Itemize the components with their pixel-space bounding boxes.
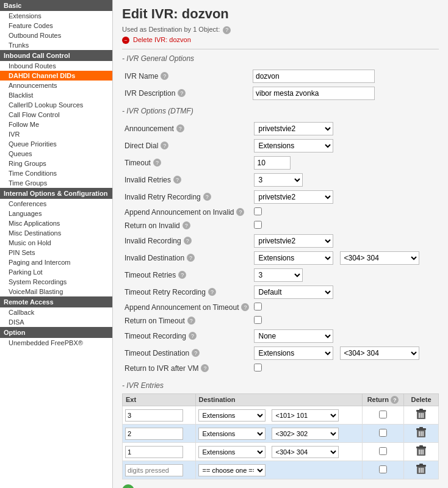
svg-rect-20	[419, 464, 423, 465]
sidebar-item-disa[interactable]: DISA	[0, 317, 112, 327]
sidebar-item-parking-lot[interactable]: Parking Lot	[0, 267, 112, 277]
entry-return-checkbox-2[interactable]	[379, 447, 387, 455]
append-ann-invalid-help-icon[interactable]: ?	[236, 208, 244, 216]
sidebar-item-follow-me[interactable]: Follow Me	[0, 120, 112, 129]
entry-dest-ext-select-0[interactable]: <101> 101	[272, 409, 339, 422]
append-announcement-invalid-checkbox[interactable]	[254, 207, 262, 215]
sidebar-item-pin-sets[interactable]: PIN Sets	[0, 248, 112, 257]
return-to-ivr-help-icon[interactable]: ?	[201, 364, 209, 372]
sidebar-item-voicemail-blasting[interactable]: VoiceMail Blasting	[0, 287, 112, 296]
used-dest-help-icon[interactable]: ?	[223, 26, 231, 34]
sidebar-item-music-on-hold[interactable]: Music on Hold	[0, 238, 112, 248]
return-on-invalid-row: Return on Invalid ?	[122, 219, 439, 232]
new-entry-dest-select[interactable]: == choose one ==	[198, 464, 266, 476]
sidebar-item-ring-groups[interactable]: Ring Groups	[0, 159, 112, 168]
direct-dial-help-icon[interactable]: ?	[161, 142, 168, 149]
invalid-dest-select[interactable]: Extensions	[254, 251, 333, 265]
new-entry-delete-button[interactable]	[416, 463, 427, 475]
invalid-dest-ext-select[interactable]: <304> 304	[340, 251, 419, 265]
delete-ivr-link[interactable]: − Delete IVR: dozvon	[122, 36, 191, 43]
timeout-retry-rec-help-icon[interactable]: ?	[208, 288, 216, 296]
return-timeout-help-icon[interactable]: ?	[187, 317, 195, 325]
table-row: Extensions <302> 302	[123, 425, 439, 443]
invalid-recording-help-icon[interactable]: ?	[184, 237, 192, 245]
append-announcement-timeout-checkbox[interactable]	[254, 303, 262, 310]
invalid-retries-help-icon[interactable]: ?	[173, 176, 181, 184]
invalid-retries-select[interactable]: 12345	[254, 173, 303, 187]
return-invalid-help-icon[interactable]: ?	[182, 221, 190, 229]
invalid-retries-label-cell: Invalid Retries ?	[122, 171, 251, 188]
sidebar-item-misc-destinations[interactable]: Misc Destinations	[0, 228, 112, 238]
ivr-options-label: - IVR Options (DTMF)	[122, 107, 439, 115]
entry-ext-input-1[interactable]	[125, 428, 183, 440]
add-entry-button[interactable]: +	[122, 484, 134, 488]
sidebar-item-extensions[interactable]: Extensions	[0, 11, 112, 21]
sidebar-item-unembedded-freepbx[interactable]: Unembedded FreePBX®	[0, 338, 112, 348]
timeout-retry-recording-select[interactable]: Default	[254, 285, 333, 299]
timeout-dest-ext-select[interactable]: <304> 304	[340, 346, 419, 360]
sidebar-item-callerid-lookup[interactable]: CallerID Lookup Sources	[0, 100, 112, 110]
sidebar-item-system-recordings[interactable]: System Recordings	[0, 277, 112, 287]
sidebar-item-outbound-routes[interactable]: Outbound Routes	[0, 30, 112, 40]
return-on-timeout-checkbox[interactable]	[254, 316, 262, 324]
entry-return-checkbox-1[interactable]	[379, 429, 387, 437]
ivr-name-help-icon[interactable]: ?	[161, 72, 168, 80]
invalid-dest-help-icon[interactable]: ?	[187, 254, 195, 262]
sidebar-item-inbound-routes[interactable]: Inbound Routes	[0, 61, 112, 71]
append-ann-timeout-help-icon[interactable]: ?	[241, 303, 249, 311]
sidebar-item-callback[interactable]: Callback	[0, 307, 112, 317]
timeout-dest-help-icon[interactable]: ?	[192, 349, 200, 357]
timeout-retries-help-icon[interactable]: ?	[178, 271, 186, 279]
sidebar-item-queues[interactable]: Queues	[0, 149, 112, 159]
timeout-dest-select[interactable]: Extensions	[254, 346, 333, 360]
sidebar-item-time-groups[interactable]: Time Groups	[0, 178, 112, 188]
entry-dest-select-1[interactable]: Extensions	[198, 428, 266, 440]
return-on-invalid-checkbox[interactable]	[254, 221, 262, 229]
return-col-help-icon[interactable]: ?	[391, 396, 399, 404]
announcement-select[interactable]: privetstvie2	[254, 122, 333, 135]
entry-delete-button-0[interactable]	[416, 408, 427, 420]
entry-dest-select-2[interactable]: Extensions	[198, 446, 266, 458]
ivr-name-input[interactable]	[253, 70, 375, 83]
entry-dest-ext-select-1[interactable]: <302> 302	[272, 428, 339, 440]
invalid-recording-select[interactable]: privetstvie2	[254, 234, 333, 248]
new-entry-return-checkbox[interactable]	[379, 465, 387, 473]
announcement-help-icon[interactable]: ?	[176, 124, 184, 132]
timeout-input[interactable]	[254, 156, 291, 170]
sidebar-item-misc-applications[interactable]: Misc Applications	[0, 218, 112, 228]
timeout-retries-select[interactable]: 12345	[254, 268, 303, 282]
return-to-ivr-checkbox[interactable]	[254, 364, 262, 371]
entry-return-checkbox-0[interactable]	[379, 411, 387, 418]
invalid-retry-recording-select[interactable]: privetstvie2	[254, 190, 333, 204]
entry-delete-button-1[interactable]	[416, 426, 427, 439]
sidebar-item-blacklist[interactable]: Blacklist	[0, 90, 112, 100]
sidebar-item-languages[interactable]: Languages	[0, 209, 112, 218]
timeout-recording-select[interactable]: None	[254, 329, 333, 343]
direct-dial-select[interactable]: Extensions	[254, 139, 333, 152]
timeout-help-icon[interactable]: ?	[153, 159, 161, 167]
timeout-recording-help-icon[interactable]: ?	[189, 332, 197, 340]
timeout-dest-value-cell: Extensions <304> 304	[251, 345, 439, 362]
sidebar-item-dahdi-channel-dids[interactable]: DAHDI Channel DIDs	[0, 71, 112, 81]
sidebar-item-ivr[interactable]: IVR	[0, 129, 112, 139]
invalid-retry-rec-help-icon[interactable]: ?	[203, 193, 211, 201]
entry-ext-input-2[interactable]	[125, 446, 183, 458]
sidebar-item-time-conditions[interactable]: Time Conditions	[0, 168, 112, 178]
sidebar-item-paging-intercom[interactable]: Paging and Intercom	[0, 257, 112, 267]
sidebar-item-conferences[interactable]: Conferences	[0, 199, 112, 209]
sidebar-item-feature-codes[interactable]: Feature Codes	[0, 21, 112, 30]
entry-ext-input-0[interactable]	[125, 409, 183, 422]
entry-delete-button-2[interactable]	[416, 445, 427, 457]
invalid-retries-value-cell: 12345	[251, 171, 439, 188]
ivr-desc-help-icon[interactable]: ?	[178, 89, 186, 97]
return-on-timeout-label-cell: Return on Timeout ?	[122, 314, 251, 328]
ivr-desc-input[interactable]	[253, 87, 375, 100]
sidebar-item-announcements[interactable]: Announcements	[0, 81, 112, 90]
new-entry-ext-input[interactable]	[125, 464, 183, 476]
entry-dest-ext-select-2[interactable]: <304> 304	[272, 446, 339, 458]
invalid-retry-recording-label-cell: Invalid Retry Recording ?	[122, 188, 251, 206]
entry-dest-select-0[interactable]: Extensions	[198, 409, 266, 422]
sidebar-item-queue-priorities[interactable]: Queue Priorities	[0, 139, 112, 149]
sidebar-item-trunks[interactable]: Trunks	[0, 40, 112, 50]
sidebar-item-call-flow-control[interactable]: Call Flow Control	[0, 110, 112, 120]
